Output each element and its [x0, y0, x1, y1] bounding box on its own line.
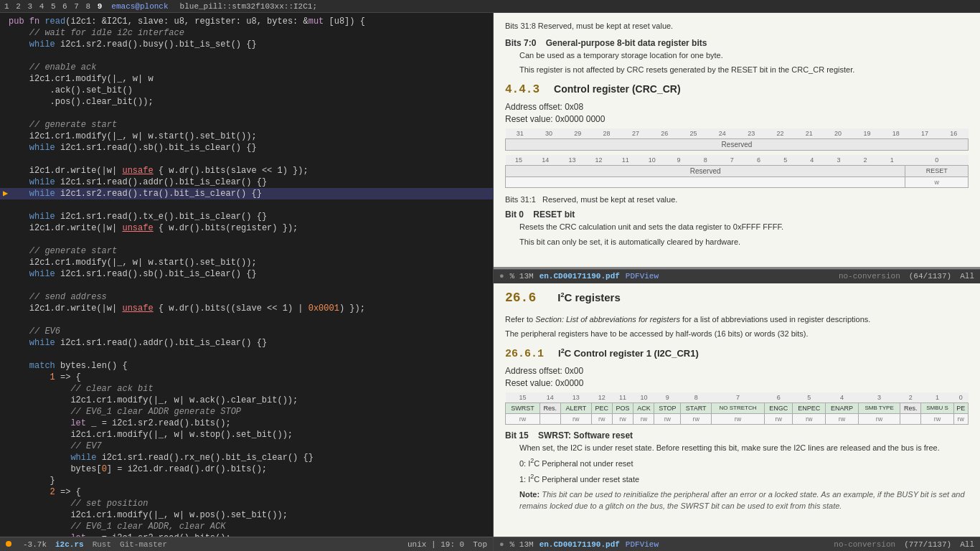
bits-7-0-label: Bits 7:0 General-purpose 8-bit data regi…: [505, 38, 969, 48]
code-line-current: ▶ while i2c1.sr2.read().tra().bit_is_cle…: [0, 188, 493, 199]
tab-4[interactable]: 4: [39, 2, 44, 11]
pdf-bottom-page: (777/1137): [904, 540, 951, 549]
code-pane: pub fn read(i2c1: &I2C1, slave: u8, regi…: [0, 13, 494, 551]
code-line: i2c1.cr1.modify(|_, w| w.start().set_bit…: [0, 131, 493, 142]
i2c-reg-field-row: SWRST Res. ALERT PEC POS ACK STOP START …: [506, 402, 969, 413]
code-line: [0, 349, 493, 360]
bit-0-desc1: Resets the CRC calculation unit and sets…: [519, 221, 969, 233]
tab-1[interactable]: 1: [4, 2, 9, 11]
code-line: i2c1.cr1.modify(|_, w| w.start().set_bit…: [0, 257, 493, 268]
pdf-status-left-top: ● % 13M en.CD00171190.pdf PDFView: [499, 272, 659, 281]
i2c-cr1-reg-table: 151413 121110 987 654 321 0 SWRST Res. A…: [505, 392, 969, 425]
tab-2[interactable]: 2: [16, 2, 21, 11]
pdf-status-right-bottom: no-conversion (777/1137) All: [834, 540, 974, 549]
pdf-bottom-filename: en.CD00171190.pdf: [540, 540, 620, 549]
pdf-bottom-circle: ●: [499, 540, 504, 549]
section-4-4-3-title: Control register (CRC_CR): [554, 83, 681, 95]
reg-reserved-bot: Reserved RESET: [506, 165, 969, 176]
code-line: bytes[0] = i2c1.dr.read().dr().bits();: [0, 463, 493, 475]
code-line: 2 => {: [0, 486, 493, 498]
tab-numbers: 1 2 3 4 5 6 7 8 9: [4, 2, 104, 11]
top-bar: 1 2 3 4 5 6 7 8 9 emacs@plonck blue_pill…: [0, 0, 980, 13]
section-26-6-1-number: 26.6.1: [505, 348, 544, 360]
code-line: while i2c1.sr1.read().addr().bit_is_clea…: [0, 337, 493, 349]
pdf-bottom-all: All: [960, 540, 974, 549]
mode-label: Rust: [93, 540, 111, 549]
code-status-bar: -3.7k i2c.rs Rust Git-master unix | 19: …: [0, 537, 493, 551]
pdf-bottom-percent: % 13M: [510, 540, 534, 549]
code-line: while i2c1.sr1.read().rx_ne().bit_is_cle…: [0, 452, 493, 463]
filename-label: i2c.rs: [55, 540, 84, 549]
code-line: [0, 108, 493, 119]
pdf-top-page: (64/1137): [909, 272, 951, 281]
code-line: }: [0, 475, 493, 486]
code-line: [0, 199, 493, 211]
code-line: // send address: [0, 291, 493, 303]
code-line: // clear ack bit: [0, 383, 493, 395]
emacs-host: emacs@plonck: [111, 2, 168, 11]
pdf-bottom-conversion: no-conversion: [834, 540, 895, 549]
bits-7-0-desc2: This register is not affected by CRC res…: [519, 64, 969, 76]
i2c-cr1-reset: Reset value: 0x0000: [505, 378, 969, 388]
code-line: // generate start: [0, 119, 493, 131]
code-line: while i2c1.sr1.read().sb().bit_is_clear(…: [0, 142, 493, 154]
code-line: i2c1.cr1.modify(|_, w| w: [0, 73, 493, 85]
reg-reserved-top: Reserved: [506, 138, 969, 150]
code-line: pub fn read(i2c1: &I2C1, slave: u8, regi…: [0, 16, 493, 27]
section-26-6-number: 26.6: [505, 291, 536, 305]
pdf-top-all: All: [960, 272, 974, 281]
tab-7[interactable]: 7: [74, 2, 79, 11]
pdf-top-section[interactable]: Bits 31:8 Reserved, must be kept at rese…: [494, 13, 980, 269]
pdf-note: Note: This bit can be used to reinitiali…: [519, 489, 969, 512]
status-right: unix | 19: 0 Top: [407, 540, 487, 549]
code-line: [0, 50, 493, 62]
code-line: // EV6_1 clear ADDR, clear ACK: [0, 521, 493, 532]
pdf-bottom-intro2: The peripheral registers have to be acce…: [505, 328, 969, 340]
code-line: while i2c1.sr1.read().addr().bit_is_clea…: [0, 176, 493, 188]
code-line: // generate start: [0, 245, 493, 257]
bits-7-0-title: General-purpose 8-bit data register bits: [546, 38, 707, 48]
crc-cr-address: Address offset: 0x08: [505, 102, 969, 112]
i2c-reg-num-row: 151413 121110 987 654 321 0: [506, 392, 969, 403]
register-table-bottom: 151413 121110 987 654 321 0 Reserved RES…: [505, 155, 969, 188]
scroll-position: Top: [473, 540, 487, 549]
buffer-path: blue_pill::stm32f103xx::I2C1;: [180, 2, 317, 11]
pdf-top-conversion: no-conversion: [839, 272, 900, 281]
code-line: i2c1.dr.write(|w| unsafe { w.dr().bits((…: [0, 303, 493, 314]
scroll-amount: -3.7k: [23, 540, 47, 549]
code-line: i2c1.dr.write(|w| unsafe { w.dr().bits(r…: [0, 222, 493, 234]
tab-3[interactable]: 3: [27, 2, 32, 11]
status-left: -3.7k i2c.rs Rust Git-master: [6, 540, 167, 549]
crc-cr-reset: Reset value: 0x0000 0000: [505, 114, 969, 124]
file-encoding: unix | 19: 0: [407, 540, 464, 549]
reg-num-row-bot: 151413 121110 987 654 321 0: [506, 155, 969, 166]
code-line: i2c1.cr1.modify(|_, w| w.pos().set_bit()…: [0, 509, 493, 521]
code-line: i2c1.cr1.modify(|_, w| w.stop().set_bit(…: [0, 429, 493, 441]
pdf-top-filename: en.CD00171190.pdf: [540, 272, 620, 281]
bit-15-label: Bit 15 SWRST: Software reset: [505, 430, 969, 441]
code-line: while i2c1.sr1.read().tx_e().bit_is_clea…: [0, 211, 493, 222]
code-line: // EV7: [0, 441, 493, 452]
tab-9[interactable]: 9: [98, 2, 103, 11]
section-26-6-1-title: I2C Control register 1 (I2C_CR1): [558, 347, 699, 359]
pdf-top-mode: PDFView: [626, 272, 659, 281]
tab-6[interactable]: 6: [62, 2, 67, 11]
pdf-pane: Bits 31:8 Reserved, must be kept at rese…: [494, 13, 980, 551]
tab-8[interactable]: 8: [86, 2, 91, 11]
code-line: 1 => {: [0, 372, 493, 383]
tab-5[interactable]: 5: [51, 2, 56, 11]
status-indicator-dot: [6, 540, 14, 549]
code-editor[interactable]: pub fn read(i2c1: &I2C1, slave: u8, regi…: [0, 13, 493, 537]
code-line: // EV6_1 clear ADDR generate STOP: [0, 406, 493, 418]
reg-num-row-top: 313029 282726 252423 222120 191817 16: [506, 128, 969, 139]
code-line: // EV6: [0, 326, 493, 337]
bits-31-8-note: Bits 31:8 Reserved, must be kept at rese…: [505, 20, 969, 32]
section-26-6-title: I2C registers: [557, 291, 621, 303]
code-line: [0, 280, 493, 291]
code-line: .pos().clear_bit());: [0, 96, 493, 108]
pdf-bottom-section[interactable]: 26.6 I2C registers Refer to Section: Lis…: [494, 283, 980, 537]
code-line: // enable ack: [0, 62, 493, 73]
code-line: [0, 314, 493, 326]
git-label: Git-master: [120, 540, 167, 549]
pdf-status-left-bottom: ● % 13M en.CD00171190.pdf PDFView: [499, 540, 659, 549]
